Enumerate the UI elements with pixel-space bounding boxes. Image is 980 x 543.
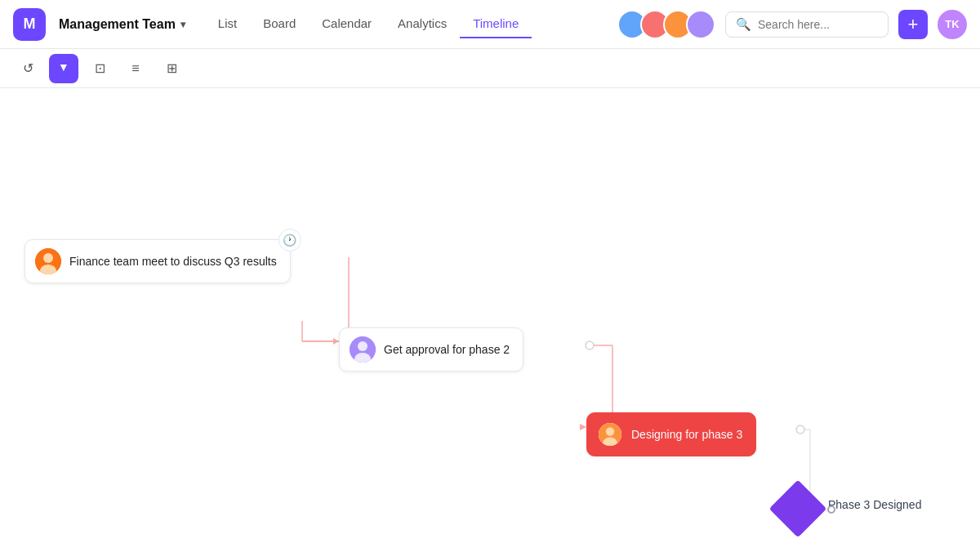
header: M Management Team ▾ List Board Calendar … <box>0 0 980 49</box>
canvas: Finance team meet to discuss Q3 results … <box>0 88 980 543</box>
svg-marker-4 <box>333 338 339 345</box>
user-avatar[interactable]: TK <box>938 10 967 39</box>
plus-icon: + <box>908 14 919 35</box>
chevron-down-icon: ▾ <box>180 19 185 30</box>
cursor-icon: ▲ <box>58 62 69 75</box>
header-right: 🔍 + TK <box>617 10 967 39</box>
grid-icon: ⊞ <box>167 60 177 76</box>
milestone-diamond[interactable] <box>769 480 827 538</box>
menu-button[interactable]: ≡ <box>121 54 150 83</box>
task-label-1: Finance team meet to discuss Q3 results <box>69 255 277 268</box>
avatar-image-1 <box>35 248 61 274</box>
tab-board[interactable]: Board <box>250 10 309 38</box>
tab-analytics[interactable]: Analytics <box>385 10 460 38</box>
menu-icon: ≡ <box>131 61 139 76</box>
save-button[interactable]: ⊡ <box>85 54 114 83</box>
svg-marker-8 <box>580 424 586 430</box>
undo-button[interactable]: ↺ <box>13 54 42 83</box>
task-avatar-3 <box>597 421 623 447</box>
svg-point-22 <box>606 427 615 436</box>
search-icon: 🔍 <box>736 17 751 32</box>
svg-point-9 <box>586 341 594 349</box>
team-avatars <box>617 10 715 39</box>
svg-point-16 <box>43 253 53 263</box>
avatar-image-3 <box>599 421 621 447</box>
undo-icon: ↺ <box>23 60 33 76</box>
tab-timeline[interactable]: Timeline <box>460 10 532 38</box>
toolbar: ↺ ▲ ⊡ ≡ ⊞ <box>0 49 980 88</box>
add-button[interactable]: + <box>898 10 928 39</box>
svg-point-14 <box>796 425 804 434</box>
task-card-designing[interactable]: Designing for phase 3 <box>586 412 756 456</box>
task-card-finance[interactable]: Finance team meet to discuss Q3 results … <box>24 239 291 283</box>
workspace-name[interactable]: Management Team ▾ <box>59 17 185 32</box>
connector-lines <box>0 88 980 543</box>
tab-list[interactable]: List <box>205 10 250 38</box>
nav-tabs: List Board Calendar Analytics Timeline <box>205 10 532 38</box>
milestone-label: Phase 3 Designed <box>828 498 921 511</box>
tab-calendar[interactable]: Calendar <box>309 10 385 38</box>
svg-point-19 <box>358 341 368 351</box>
logo-button[interactable]: M <box>13 8 46 41</box>
milestone-dot <box>827 505 835 514</box>
task-card-approval[interactable]: Get approval for phase 2 <box>339 327 523 372</box>
clock-icon: 🕐 <box>278 229 301 251</box>
search-bar[interactable]: 🔍 <box>725 11 889 38</box>
task-avatar-2 <box>350 336 376 363</box>
cursor-button[interactable]: ▲ <box>49 54 78 83</box>
workspace-title: Management Team <box>59 17 176 32</box>
task-label-2: Get approval for phase 2 <box>384 343 510 356</box>
task-label-3: Designing for phase 3 <box>631 428 742 441</box>
avatar-4[interactable] <box>686 10 715 39</box>
avatar-image-2 <box>350 336 376 363</box>
logo-icon: M <box>24 16 36 33</box>
save-icon: ⊡ <box>95 60 105 76</box>
grid-button[interactable]: ⊞ <box>157 54 186 83</box>
search-input[interactable] <box>758 18 872 31</box>
task-avatar-1 <box>35 248 61 274</box>
